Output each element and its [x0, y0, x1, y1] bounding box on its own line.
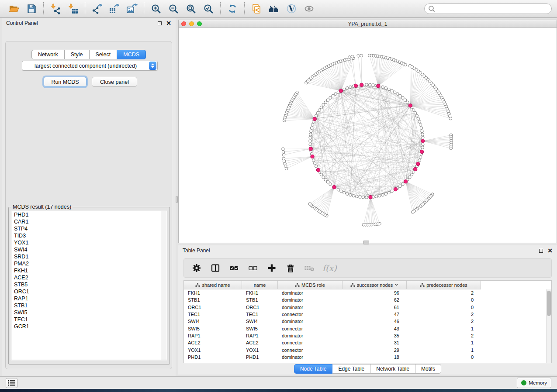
mcds-node[interactable] — [404, 180, 408, 183]
network-leaf-node[interactable] — [282, 157, 285, 160]
mcds-result-item[interactable]: STB5 — [11, 281, 167, 288]
network-node[interactable] — [312, 159, 315, 162]
show-panels-button[interactable] — [6, 378, 17, 388]
network-node[interactable] — [378, 194, 381, 197]
network-graph[interactable] — [179, 28, 557, 243]
mcds-node[interactable] — [339, 89, 343, 93]
mcds-node[interactable] — [332, 186, 336, 189]
mcds-node[interactable] — [420, 150, 424, 154]
network-node[interactable] — [396, 93, 399, 96]
network-node[interactable] — [418, 159, 421, 162]
network-node[interactable] — [315, 114, 318, 117]
mcds-result-item[interactable]: SWI5 — [11, 309, 167, 316]
network-node[interactable] — [318, 109, 321, 112]
network-home-button[interactable] — [265, 1, 283, 16]
zoom-out-button[interactable] — [165, 1, 182, 16]
network-window-titlebar[interactable]: YPA_prune.txt_1 — [179, 20, 557, 28]
network-node[interactable] — [391, 190, 394, 193]
network-node[interactable] — [406, 101, 409, 104]
add-row-button[interactable] — [266, 262, 277, 274]
network-node[interactable] — [414, 111, 417, 114]
table-row[interactable]: TEC1TEC1connector472 — [184, 311, 551, 318]
close-panel-icon[interactable]: ✕ — [547, 248, 553, 253]
table-row[interactable]: ORC1ORC1dominator610 — [184, 304, 551, 311]
network-node[interactable] — [349, 86, 352, 89]
network-node[interactable] — [387, 88, 391, 91]
table-row[interactable]: SWI4SWI4dominator462 — [184, 318, 551, 325]
network-node[interactable] — [309, 143, 312, 146]
network-node[interactable] — [329, 96, 332, 100]
tab-edge-table[interactable]: Edge Table — [332, 364, 370, 374]
network-leaf-node[interactable] — [404, 63, 407, 66]
network-node[interactable] — [332, 94, 335, 97]
network-node[interactable] — [375, 195, 378, 198]
horizontal-splitter-handle[interactable] — [363, 241, 369, 244]
open-file-button[interactable] — [5, 1, 23, 16]
network-node[interactable] — [359, 196, 362, 199]
mcds-result-item[interactable]: STP4 — [11, 225, 167, 232]
network-node[interactable] — [320, 106, 323, 109]
network-node[interactable] — [322, 103, 325, 107]
network-leaf-node[interactable] — [348, 56, 351, 59]
network-node[interactable] — [343, 191, 346, 194]
table-row[interactable]: ACE2ACE2connector311 — [184, 339, 551, 346]
network-leaf-node[interactable] — [282, 148, 285, 151]
network-node[interactable] — [362, 196, 365, 199]
table-row[interactable]: RAP1RAP1dominator352 — [184, 332, 551, 339]
network-node[interactable] — [368, 83, 371, 86]
table-row[interactable]: STB1STB1dominator620 — [184, 296, 551, 303]
network-leaf-node[interactable] — [362, 224, 365, 227]
search-input[interactable] — [435, 6, 548, 12]
tab-node-table[interactable]: Node Table — [294, 364, 333, 374]
mcds-result-item[interactable]: YOX1 — [11, 239, 167, 246]
zoom-fit-button[interactable] — [182, 1, 200, 16]
network-node[interactable] — [418, 120, 421, 124]
network-leaf-node[interactable] — [360, 54, 363, 57]
column-header-shared-name[interactable]: shared name — [184, 281, 242, 289]
network-node[interactable] — [349, 193, 352, 196]
column-header-name[interactable]: name — [242, 281, 278, 289]
network-node[interactable] — [387, 191, 391, 194]
network-node[interactable] — [410, 173, 413, 176]
network-node[interactable] — [384, 86, 387, 89]
network-leaf-node[interactable] — [308, 203, 311, 206]
mcds-node[interactable] — [377, 84, 380, 88]
export-image-button[interactable] — [123, 1, 141, 16]
network-leaf-node[interactable] — [282, 151, 285, 154]
network-node[interactable] — [343, 88, 346, 91]
network-node[interactable] — [421, 143, 424, 146]
network-node[interactable] — [421, 136, 424, 139]
run-mcds-button[interactable]: Run MCDS — [44, 77, 86, 87]
mcds-node[interactable] — [408, 104, 412, 107]
mcds-result-item[interactable]: TEC1 — [11, 316, 167, 323]
network-leaf-node[interactable] — [351, 55, 354, 58]
column-header-MCDS-role[interactable]: MCDS role — [278, 281, 343, 289]
tab-network[interactable]: Network — [31, 50, 65, 59]
network-node[interactable] — [322, 176, 325, 179]
table-row[interactable]: YOX1YOX1connector291 — [184, 346, 551, 353]
mcds-node[interactable] — [369, 196, 372, 199]
list-scrollbar[interactable] — [161, 211, 167, 360]
mcds-result-item[interactable]: GCR1 — [11, 323, 167, 330]
network-node[interactable] — [326, 181, 329, 184]
mcds-node[interactable] — [414, 167, 417, 171]
network-node[interactable] — [334, 93, 337, 96]
network-node[interactable] — [346, 193, 349, 196]
mcds-node[interactable] — [309, 147, 312, 151]
table-row[interactable]: PHD1PHD1dominator180 — [184, 354, 551, 361]
network-leaf-node[interactable] — [411, 210, 414, 213]
network-node[interactable] — [340, 190, 343, 193]
tab-style[interactable]: Style — [65, 50, 90, 59]
vizmap-badge-button[interactable] — [283, 1, 300, 16]
memory-button[interactable]: Memory — [517, 378, 551, 388]
network-node[interactable] — [309, 133, 312, 136]
network-node[interactable] — [399, 94, 402, 97]
network-node[interactable] — [355, 195, 358, 198]
network-node[interactable] — [408, 176, 412, 179]
export-table-button[interactable] — [106, 1, 123, 16]
network-node[interactable] — [324, 101, 327, 104]
column-header-successor-nodes[interactable]: successor nodes — [343, 281, 407, 289]
network-node[interactable] — [421, 130, 424, 133]
network-node[interactable] — [329, 183, 332, 186]
network-node[interactable] — [309, 136, 312, 139]
